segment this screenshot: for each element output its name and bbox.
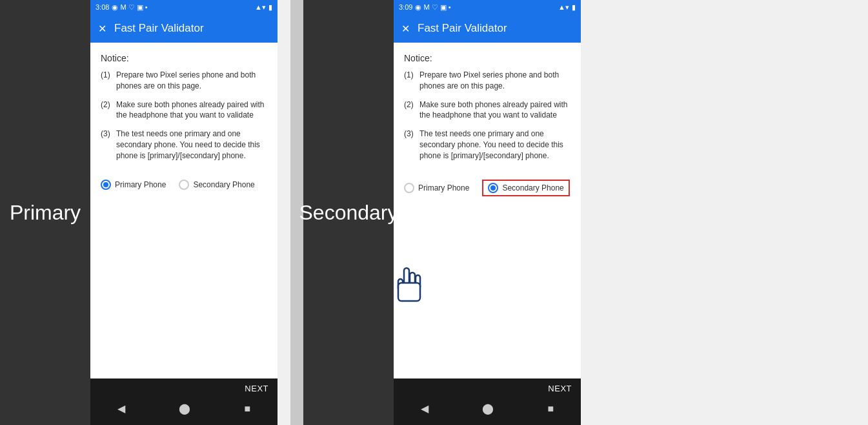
primary-radio-secondary-label: Secondary Phone <box>193 180 254 189</box>
secondary-notice-item-1: (1) Prepare two Pixel series phone and b… <box>404 70 570 92</box>
secondary-status-bar: 3:09 ◉ M ♡ ▣ • ▲▾ ▮ <box>394 0 581 14</box>
secondary-radio-group: Primary Phone Secondary Phone <box>404 172 570 204</box>
primary-notice-title: Notice: <box>101 53 267 63</box>
secondary-next-button[interactable]: NEXT <box>394 378 581 396</box>
primary-radio-primary-label: Primary Phone <box>115 180 166 189</box>
secondary-home-icon[interactable]: ⬤ <box>482 402 494 415</box>
primary-phone-screen: 3:08 ◉ M ♡ ▣ • ▲▾ ▮ ✕ Fast Pair Validato… <box>90 0 278 425</box>
secondary-radio-secondary-label: Secondary Phone <box>502 183 563 192</box>
secondary-wifi-icon: ▲▾ <box>558 3 569 12</box>
primary-notice-item-1: (1) Prepare two Pixel series phone and b… <box>101 70 267 92</box>
secondary-radio-primary-label: Primary Phone <box>418 183 469 192</box>
primary-label: Primary <box>0 0 90 425</box>
primary-home-icon[interactable]: ⬤ <box>179 402 190 415</box>
secondary-phone-screen: 3:09 ◉ M ♡ ▣ • ▲▾ ▮ ✕ Fast Pair Validato… <box>394 0 581 425</box>
secondary-back-icon[interactable]: ◀ <box>421 402 429 415</box>
primary-next-button[interactable]: NEXT <box>90 378 278 396</box>
secondary-content: Notice: (1) Prepare two Pixel series pho… <box>394 43 581 378</box>
primary-notice-item-3: (3) The test needs one primary and one s… <box>101 129 267 161</box>
primary-status-icons: ◉ M ♡ ▣ • <box>112 3 147 12</box>
primary-content: Notice: (1) Prepare two Pixel series pho… <box>90 43 278 378</box>
primary-notice-list: (1) Prepare two Pixel series phone and b… <box>101 70 267 161</box>
primary-time: 3:08 <box>96 3 109 11</box>
primary-nav-icons: ◀ ⬤ ■ <box>90 396 278 425</box>
secondary-notice-list: (1) Prepare two Pixel series phone and b… <box>404 70 570 161</box>
primary-app-title: Fast Pair Validator <box>114 22 204 35</box>
secondary-notice-item-3: (3) The test needs one primary and one s… <box>404 129 570 161</box>
primary-radio-primary[interactable]: Primary Phone <box>101 180 166 190</box>
secondary-radio-primary-circle[interactable] <box>404 183 414 193</box>
secondary-radio-secondary-highlighted[interactable]: Secondary Phone <box>482 180 569 196</box>
primary-notice-item-2: (2) Make sure both phones already paired… <box>101 99 267 121</box>
right-panel: Secondary 3:09 ◉ M ♡ ▣ • ▲▾ ▮ ✕ Fast Pai… <box>303 0 868 425</box>
secondary-app-bar: ✕ Fast Pair Validator <box>394 14 581 43</box>
secondary-radio-primary[interactable]: Primary Phone <box>404 183 469 193</box>
primary-recents-icon[interactable]: ■ <box>245 403 251 415</box>
primary-bottom-bar: NEXT ◀ ⬤ ■ <box>90 378 278 425</box>
primary-radio-secondary-circle[interactable] <box>179 180 189 190</box>
secondary-status-icons: ◉ M ♡ ▣ • <box>415 3 450 12</box>
secondary-nav-icons: ◀ ⬤ ■ <box>394 396 581 425</box>
primary-app-bar: ✕ Fast Pair Validator <box>90 14 278 43</box>
primary-radio-primary-circle[interactable] <box>101 180 111 190</box>
primary-status-bar: 3:08 ◉ M ♡ ▣ • ▲▾ ▮ <box>90 0 278 14</box>
secondary-close-icon[interactable]: ✕ <box>401 23 410 35</box>
primary-battery-icon: ▮ <box>268 3 272 12</box>
secondary-label: Secondary <box>303 0 394 425</box>
primary-back-icon[interactable]: ◀ <box>117 402 125 415</box>
secondary-notice-item-2: (2) Make sure both phones already paired… <box>404 99 570 121</box>
primary-close-icon[interactable]: ✕ <box>98 23 106 35</box>
secondary-bottom-bar: NEXT ◀ ⬤ ■ <box>394 378 581 425</box>
secondary-notice-title: Notice: <box>404 53 570 63</box>
secondary-recents-icon[interactable]: ■ <box>548 403 554 415</box>
primary-radio-group: Primary Phone Secondary Phone <box>101 172 267 198</box>
secondary-app-title: Fast Pair Validator <box>418 22 507 35</box>
primary-wifi-icon: ▲▾ <box>255 3 266 12</box>
primary-radio-secondary[interactable]: Secondary Phone <box>179 180 254 190</box>
secondary-radio-secondary-circle[interactable] <box>488 183 498 193</box>
secondary-battery-icon: ▮ <box>572 3 576 12</box>
secondary-time: 3:09 <box>399 3 412 11</box>
